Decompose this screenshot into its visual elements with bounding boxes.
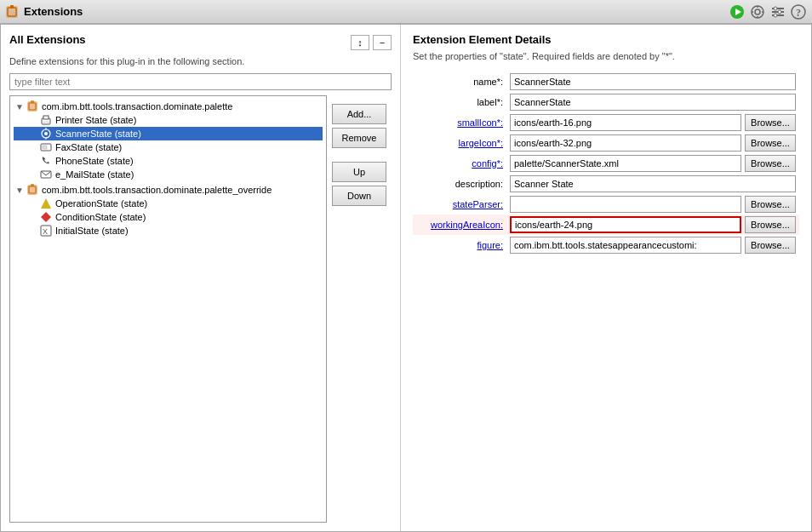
tree-node-printer[interactable]: Printer State (state) [14,113,323,127]
tree-node-phone[interactable]: PhoneState (state) [14,154,323,168]
tree-node-fax-label: FaxState (state) [55,142,122,152]
puzzle-icon2 [26,184,39,196]
figure-input[interactable] [510,237,741,254]
main-content: All Extensions ↕ − Define extensions for… [0,24,812,532]
config-input[interactable] [510,155,741,172]
name-input[interactable] [510,73,796,90]
title-bar: Extensions [0,0,812,24]
svg-rect-21 [31,100,34,103]
left-panel-buttons: Add... Remove Up Down [327,95,392,523]
tree-node-palette[interactable]: ▼ com.ibm.btt.tools.transaction.dominate… [14,100,323,113]
field-label-figure[interactable]: figure: [413,235,506,255]
stateparser-browse-button[interactable]: Browse... [745,196,796,213]
tree-node-condition-label: ConditionState (state) [55,212,146,222]
field-label-config[interactable]: config*: [413,153,506,174]
config-browse-button[interactable]: Browse... [745,155,796,172]
smallicon-input[interactable] [510,114,741,131]
svg-point-15 [778,10,781,14]
config-input-cell: Browse... [510,155,796,172]
filter-input[interactable] [9,73,392,90]
svg-marker-36 [41,212,51,222]
condition-icon [39,211,53,223]
name-input-cell [510,73,796,90]
settings-button[interactable] [749,3,766,20]
description-input[interactable] [510,175,796,192]
workingareaicon-input-cell: Browse... [510,216,796,233]
tree-node-email[interactable]: e_MailState (state) [14,168,323,181]
svg-marker-35 [41,198,51,209]
label-input[interactable] [510,94,796,111]
tree-node-phone-label: PhoneState (state) [55,156,134,166]
tree-node-initial[interactable]: X InitialState (state) [14,224,323,237]
collapse-icon: − [380,37,385,48]
svg-point-6 [755,9,760,14]
figure-browse-button[interactable]: Browse... [745,237,796,254]
field-label-label: label*: [413,92,506,112]
up-button[interactable]: Up [332,162,386,182]
field-label-workingareaicon[interactable]: workingAreaIcon: [413,215,506,235]
field-row-largeicon: largeIcon*: Browse... [413,133,799,153]
svg-rect-23 [43,116,49,119]
field-row-description: description: [413,174,799,194]
left-panel-desc: Define extensions for this plug-in in th… [9,56,392,66]
field-label-largeicon[interactable]: largeIcon*: [413,133,506,153]
operation-icon [39,197,53,209]
field-row-name: name*: [413,72,799,92]
svg-rect-30 [43,146,47,149]
svg-text:?: ? [796,7,801,19]
smallicon-input-cell: Browse... [510,114,796,131]
largeicon-input[interactable] [510,134,741,152]
remove-button[interactable]: Remove [332,128,386,148]
svg-point-26 [44,132,48,135]
tree-node-palette-label: com.ibm.btt.tools.transaction.dominate.p… [42,101,232,112]
sort-button[interactable]: ↕ [351,35,369,50]
window-title: Extensions [24,5,729,18]
tree-node-scanner[interactable]: ScannerState (state) [14,127,323,140]
initial-icon: X [39,225,53,237]
down-button[interactable]: Down [332,186,386,206]
smallicon-browse-button[interactable]: Browse... [745,114,796,131]
left-panel-title: All Extensions [9,33,86,46]
extensions-icon [5,5,19,19]
expand-icon: ▼ [14,102,26,112]
field-row-stateparser: stateParser: Browse... [413,194,799,215]
field-label-stateparser[interactable]: stateParser: [413,194,506,215]
workingareaicon-input[interactable] [510,216,741,233]
help-button[interactable]: ? [790,3,807,20]
workingareaicon-browse-button[interactable]: Browse... [745,216,796,233]
toolbar-actions: ? [729,3,807,20]
run-button[interactable] [729,3,746,20]
stateparser-input-cell: Browse... [510,196,796,213]
right-panel-desc: Set the properties of "state". Required … [413,51,799,61]
right-panel: Extension Element Details Set the proper… [401,25,811,531]
svg-point-16 [774,14,777,17]
tree-node-condition[interactable]: ConditionState (state) [14,210,323,224]
field-row-smallicon: smallIcon*: Browse... [413,112,799,133]
collapse-button[interactable]: − [373,35,392,50]
tree-node-operation[interactable]: OperationState (state) [14,197,323,210]
sort-icon: ↕ [357,37,363,48]
svg-point-14 [774,7,777,10]
printer-icon [39,114,53,126]
stateparser-input[interactable] [510,196,741,213]
right-panel-title: Extension Element Details [413,33,799,46]
tree-container: ▼ com.ibm.btt.tools.transaction.dominate… [9,95,327,523]
tree-node-printer-label: Printer State (state) [55,115,136,125]
label-input-cell [510,94,796,111]
field-row-config: config*: Browse... [413,153,799,174]
expand-icon2: ▼ [14,186,26,195]
field-label-smallicon[interactable]: smallIcon*: [413,112,506,133]
description-input-cell [510,175,796,192]
tree-node-override[interactable]: ▼ com.ibm.btt.tools.transaction.dominate… [14,183,323,197]
largeicon-browse-button[interactable]: Browse... [745,134,796,152]
phone-icon [39,155,53,167]
svg-rect-2 [10,5,14,9]
field-row-workingareaicon: workingAreaIcon: Browse... [413,215,799,235]
tree-node-operation-label: OperationState (state) [55,198,147,209]
svg-text:X: X [43,227,48,236]
tree-node-fax[interactable]: FaxState (state) [14,140,323,154]
svg-point-5 [752,6,763,18]
fax-icon [39,141,53,153]
add-button[interactable]: Add... [332,104,386,124]
preferences-button[interactable] [769,3,786,20]
